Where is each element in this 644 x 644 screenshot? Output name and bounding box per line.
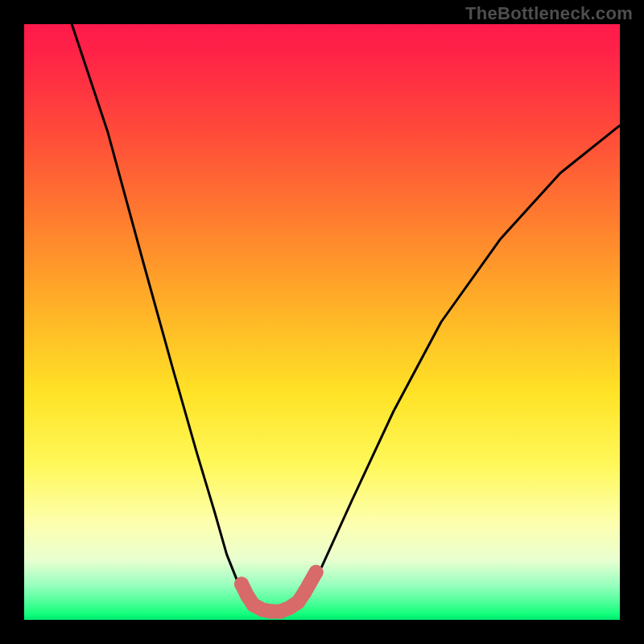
marker-dot: [309, 565, 324, 580]
curve-path: [72, 24, 620, 611]
curve-layer: [24, 24, 620, 620]
valley-markers: [234, 565, 324, 619]
plot-area: [24, 24, 620, 620]
bottleneck-curve: [72, 24, 620, 611]
chart-frame: TheBottleneck.com: [0, 0, 644, 644]
marker-dot: [297, 586, 312, 601]
watermark-text: TheBottleneck.com: [465, 3, 633, 24]
